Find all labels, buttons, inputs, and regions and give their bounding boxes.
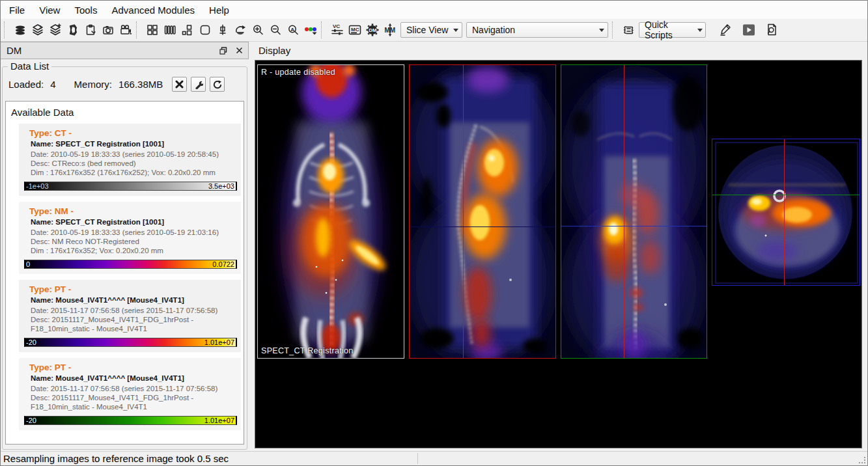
entry-dim: Dim : 176x176x352; Vox: 0.20x0.20 mm — [31, 246, 237, 255]
available-data-label: Available Data — [6, 102, 244, 118]
display-canvas[interactable]: R - update disabled SPECT_CT Registratio… — [255, 60, 862, 448]
load-single-button[interactable]: 1 — [29, 21, 46, 39]
movie-button[interactable] — [117, 21, 134, 39]
entry-type: Type: CT - — [29, 128, 237, 138]
navigation-combo-value: Navigation — [472, 25, 515, 35]
data-entry-pt2[interactable]: Type: PT - Name: Mouse4_IV4T1^^^^ [Mouse… — [19, 358, 241, 430]
colorbar-nih[interactable]: 0 0.0722 — [24, 260, 237, 269]
colorbar-min: -20 — [26, 338, 36, 347]
layout-2x2-button[interactable] — [143, 21, 161, 39]
entry-desc: Desc: 20151117_Mouse4_IV4T1_FDG_1hrPost … — [31, 393, 237, 411]
clear-data-button[interactable] — [172, 77, 187, 92]
menu-file[interactable]: File — [2, 2, 32, 18]
reload-button[interactable] — [210, 77, 225, 92]
viewport-coronal-slice[interactable] — [561, 64, 707, 359]
menu-tools[interactable]: Tools — [67, 2, 104, 18]
video-camera-icon — [119, 23, 132, 36]
zoom-out-icon — [269, 23, 282, 36]
single-view-icon — [199, 23, 212, 36]
image-browser-button[interactable] — [64, 21, 81, 39]
run-script-button[interactable] — [740, 21, 757, 39]
status-message: Resampling images to reference image too… — [1, 453, 229, 464]
colorbar-nih[interactable]: -20 1.01e+07 — [24, 338, 237, 347]
colorbar-gradient — [25, 182, 236, 190]
close-panel-button[interactable] — [234, 46, 244, 56]
menu-help[interactable]: Help — [202, 2, 236, 18]
status-separator — [417, 453, 418, 464]
image-fan-icon — [66, 23, 79, 36]
single-view-button[interactable] — [196, 21, 214, 39]
entry-type: Type: PT - — [29, 363, 237, 372]
entry-type: Type: PT - — [29, 284, 237, 294]
dm-gear-button[interactable]: DM — [363, 21, 381, 39]
layout-mixed-button[interactable] — [178, 21, 196, 39]
mm-tool-button[interactable]: MM — [381, 21, 399, 39]
volume-control-button[interactable]: VC — [328, 21, 346, 39]
colorbar-green[interactable]: -20 1.01e+07 — [24, 416, 237, 425]
data-list-group-title: Data List — [8, 61, 51, 72]
data-entry-nm[interactable]: Type: NM - Name: SPECT_CT Registration [… — [19, 202, 241, 274]
data-entry-ct[interactable]: Type: CT - Name: SPECT_CT Registration [… — [19, 124, 241, 196]
quick-scripts-combo-value: Quick Scripts — [645, 20, 694, 40]
screenshot-button[interactable] — [99, 21, 117, 39]
available-data-list: Available Data Type: CT - Name: SPECT_CT… — [5, 101, 244, 445]
viewport-sagittal[interactable] — [409, 64, 556, 359]
resize-grip[interactable] — [858, 456, 866, 464]
mc-tool-button[interactable]: MC — [346, 21, 363, 39]
menu-advanced-modules[interactable]: Advanced Modules — [104, 2, 202, 18]
viewport-dataset-label: SPECT_CT Registration — [261, 346, 354, 355]
entry-desc: Desc: CTReco:s (bed removed) — [31, 159, 237, 168]
navigation-combo[interactable]: Navigation — [466, 22, 608, 38]
settings-button[interactable] — [191, 77, 206, 92]
edit-script-button[interactable] — [717, 21, 735, 39]
zoom-auto-button[interactable]: A — [284, 21, 301, 39]
entry-date: Date: 2010-05-19 18:33:33 (series 2010-0… — [31, 150, 237, 159]
entry-name: Name: Mouse4_IV4T1^^^^ [Mouse4_IV4T1] — [31, 296, 237, 304]
colorbar-min: -1e+03 — [26, 182, 49, 191]
data-manager-button[interactable] — [11, 21, 29, 39]
menu-view[interactable]: View — [32, 2, 67, 18]
viewport-status-label: R - update disabled — [261, 68, 335, 77]
camera-icon — [102, 23, 115, 36]
toolbar-grip — [321, 21, 324, 38]
scripts-button[interactable] — [619, 21, 637, 39]
script-log-icon — [764, 23, 779, 37]
clipboard-button[interactable] — [81, 21, 99, 39]
rotate-view-button[interactable] — [231, 21, 249, 39]
display-title: Display — [253, 43, 863, 59]
colorbar-grayscale[interactable]: -1e+03 3.5e+03 — [24, 182, 237, 191]
zoom-auto-icon: A — [287, 23, 300, 36]
colorbar-max: 3.5e+03 — [208, 182, 234, 191]
colorbar-min: -20 — [26, 417, 36, 425]
data-entry-pt1[interactable]: Type: PT - Name: Mouse4_IV4T1^^^^ [Mouse… — [19, 280, 241, 352]
dm-panel-titlebar: DM — [1, 42, 249, 59]
crosshair-vertical-green — [463, 65, 464, 358]
data-list-groupbox: Data List Loaded: 4 Memory: 166.38MB Ava… — [2, 66, 247, 450]
run-script-icon — [742, 23, 756, 37]
memory-value: 166.38MB — [119, 79, 163, 90]
zoom-out-button[interactable] — [266, 21, 284, 39]
dm-gear-icon: DM — [365, 23, 380, 37]
viewport-coronal-mip[interactable]: R - update disabled SPECT_CT Registratio… — [257, 64, 404, 359]
crosshair-vertical-red — [624, 65, 624, 358]
rgb-channels-button[interactable] — [301, 21, 319, 39]
main-toolbar: 1 A VC MC DM MM Slice View Navigation — [1, 19, 867, 42]
entry-date: Date: 2010-05-19 18:33:33 (series 2010-0… — [31, 228, 237, 237]
crosshair-tool-button[interactable] — [214, 21, 231, 39]
zoom-in-button[interactable] — [249, 21, 266, 39]
slice-view-combo[interactable]: Slice View — [400, 22, 462, 38]
toolbar-grip — [136, 21, 139, 38]
slice-view-combo-value: Slice View — [406, 25, 448, 35]
float-panel-button[interactable] — [218, 46, 229, 56]
colorbar-min: 0 — [26, 260, 30, 269]
memory-label: Memory: — [74, 79, 112, 90]
crosshair-tool-icon — [216, 23, 229, 36]
script-log-button[interactable] — [763, 21, 780, 39]
load-append-button[interactable] — [46, 21, 64, 39]
chevron-down-icon — [694, 23, 705, 37]
viewport-axial[interactable] — [712, 139, 860, 286]
coronal-slice-image — [561, 65, 707, 359]
layout-columns-button[interactable] — [161, 21, 178, 39]
quick-scripts-combo[interactable]: Quick Scripts — [639, 22, 706, 38]
edit-script-icon — [719, 23, 733, 37]
